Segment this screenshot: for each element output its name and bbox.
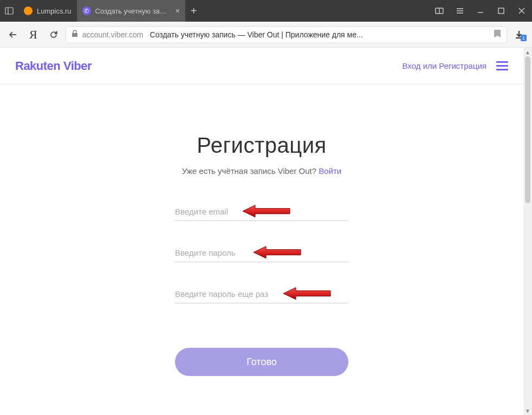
maximize-button[interactable] — [491, 0, 511, 22]
favicon-icon: ✆ — [82, 7, 91, 15]
address-domain: account.viber.com — [82, 30, 144, 39]
password-confirm-field-wrap — [175, 285, 348, 303]
tab-strip: Lumpics.ru ✆ Создать учетную запис × + — [18, 0, 429, 22]
tab-lumpics[interactable]: Lumpics.ru — [18, 0, 77, 22]
close-tab-icon[interactable]: × — [175, 7, 179, 15]
reload-button[interactable] — [45, 26, 62, 43]
submit-button[interactable]: Готово — [175, 348, 348, 376]
login-link[interactable]: Войти — [319, 166, 341, 176]
hamburger-line — [496, 65, 508, 67]
back-button[interactable] — [4, 26, 22, 43]
new-tab-button[interactable]: + — [185, 0, 203, 22]
address-bar[interactable]: account.viber.com Создать учетную запись… — [66, 26, 507, 43]
close-window-button[interactable] — [511, 0, 532, 22]
subtitle-text: Уже есть учётная запись Viber Out? — [182, 166, 319, 176]
page-title: Регистрация — [197, 133, 326, 158]
scroll-down-icon[interactable]: ▼ — [523, 406, 532, 415]
browser-toolbar: Я account.viber.com Создать учетную запи… — [0, 22, 532, 48]
page-content: Rakuten Viber Вход или Регистрация Регис… — [0, 48, 523, 415]
address-title: Создать учетную запись — Viber Out | При… — [150, 30, 489, 39]
svg-rect-0 — [5, 8, 13, 14]
hamburger-line — [496, 69, 508, 70]
downloads-badge: 1 — [521, 35, 527, 41]
yandex-logo-button[interactable]: Я — [25, 28, 42, 42]
password-confirm-field[interactable] — [175, 285, 348, 303]
viewport: Rakuten Viber Вход или Регистрация Регис… — [0, 48, 532, 415]
panels-button[interactable] — [0, 0, 18, 22]
logo-text-rakuten: Rakuten — [15, 59, 60, 73]
hamburger-line — [496, 61, 508, 63]
site-logo[interactable]: Rakuten Viber — [15, 59, 92, 73]
scroll-up-icon[interactable]: ▲ — [523, 48, 532, 56]
hamburger-menu-button[interactable] — [496, 61, 508, 70]
svg-rect-8 — [498, 8, 504, 14]
email-field[interactable] — [175, 203, 348, 221]
downloads-button[interactable]: 1 — [510, 26, 528, 43]
password-field[interactable] — [175, 244, 348, 262]
page-subtitle: Уже есть учётная запись Viber Out? Войти — [182, 166, 342, 176]
minimize-button[interactable] — [470, 0, 491, 22]
site-header: Rakuten Viber Вход или Регистрация — [0, 48, 523, 85]
browser-titlebar: Lumpics.ru ✆ Создать учетную запис × + — [0, 0, 532, 22]
svg-rect-11 — [72, 33, 77, 37]
email-field-wrap — [175, 203, 348, 221]
logo-text-viber: Viber — [60, 59, 92, 73]
header-right: Вход или Регистрация — [403, 61, 508, 70]
reader-mode-button[interactable] — [429, 0, 450, 22]
scrollbar-thumb[interactable] — [525, 56, 530, 203]
tab-label: Создать учетную запис — [95, 7, 169, 15]
lock-icon — [72, 30, 78, 40]
tab-viber-active[interactable]: ✆ Создать учетную запис × — [77, 0, 185, 22]
login-register-link[interactable]: Вход или Регистрация — [403, 61, 486, 70]
registration-form: Готово — [175, 203, 348, 376]
favicon-icon — [24, 7, 33, 15]
tab-label: Lumpics.ru — [37, 7, 72, 15]
window-controls — [429, 0, 532, 22]
password-field-wrap — [175, 244, 348, 262]
registration-section: Регистрация Уже есть учётная запись Vibe… — [0, 133, 523, 376]
menu-button[interactable] — [450, 0, 470, 22]
bookmark-icon[interactable] — [494, 29, 501, 40]
scrollbar[interactable]: ▲ ▼ — [523, 48, 532, 415]
